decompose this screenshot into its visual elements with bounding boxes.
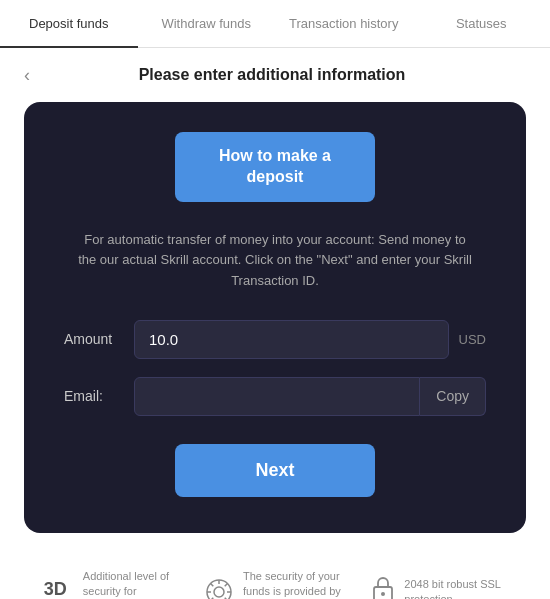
email-input[interactable]	[134, 377, 420, 416]
security-item-ssl: 2048 bit robust SSL protection	[372, 575, 512, 599]
tab-statuses[interactable]: Statuses	[413, 0, 551, 47]
email-label: Email:	[64, 388, 134, 404]
amount-label: Amount	[64, 331, 134, 347]
tab-deposit[interactable]: Deposit funds	[0, 0, 138, 47]
svg-point-1	[214, 587, 224, 597]
security-text-banks: The security of your funds is provided b…	[243, 569, 345, 599]
copy-button[interactable]: Copy	[420, 377, 486, 416]
email-row: Email: Copy	[64, 377, 486, 416]
page-title: Please enter additional information	[42, 66, 502, 84]
security-text-ssl: 2048 bit robust SSL protection	[404, 577, 512, 599]
security-footer: 3D SECURE Additional level of security f…	[0, 541, 550, 599]
svg-line-8	[225, 584, 228, 587]
amount-input-wrap: USD	[134, 320, 486, 359]
security-text-3d: Additional level of security for payment…	[83, 569, 178, 599]
lock-icon	[372, 575, 394, 599]
deposit-info-text: For automatic transfer of money into you…	[64, 230, 486, 292]
security-item-3d: 3D SECURE Additional level of security f…	[38, 569, 178, 599]
page-header: ‹ Please enter additional information	[0, 48, 550, 102]
tab-bar: Deposit funds Withdraw funds Transaction…	[0, 0, 550, 48]
amount-row: Amount USD	[64, 320, 486, 359]
how-to-deposit-button[interactable]: How to make a deposit	[175, 132, 375, 202]
next-button[interactable]: Next	[175, 444, 375, 497]
svg-point-11	[381, 592, 385, 596]
amount-input[interactable]	[134, 320, 449, 359]
tab-history[interactable]: Transaction history	[275, 0, 413, 47]
svg-line-6	[210, 584, 213, 587]
deposit-card: How to make a deposit For automatic tran…	[24, 102, 526, 533]
gear-icon	[205, 578, 233, 599]
3d-secure-icon: 3D SECURE	[38, 580, 73, 599]
tab-withdraw[interactable]: Withdraw funds	[138, 0, 276, 47]
security-item-banks: The security of your funds is provided b…	[205, 569, 345, 599]
email-input-wrap: Copy	[134, 377, 486, 416]
back-button[interactable]: ‹	[24, 66, 30, 84]
amount-suffix: USD	[459, 332, 486, 347]
